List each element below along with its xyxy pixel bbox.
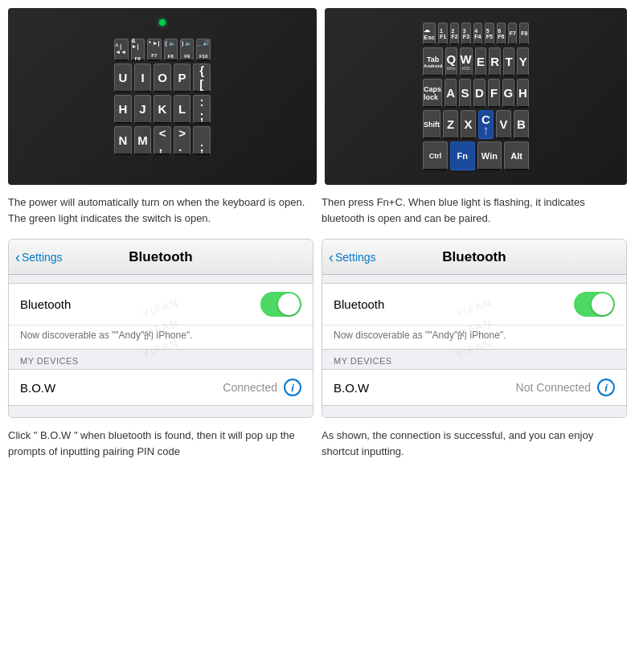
key-3-f3: 3F3 [461, 23, 470, 45]
key-gt: >. [174, 126, 191, 155]
ios-device-row-left[interactable]: B.O.W Connected i [9, 370, 313, 405]
key-j: J [134, 95, 152, 124]
key-z: Z [443, 110, 458, 139]
bottom-captions-row: Click " B.O.W " when bluetooth is found,… [8, 428, 627, 459]
ios-back-label-left: Settings [22, 251, 63, 264]
ios-header-left: ‹ Settings Bluetooth [9, 240, 313, 275]
key-1-f1: 1F1 [438, 23, 447, 45]
key-f7-right: F7 [508, 23, 517, 45]
keyboard-images-row: ^ |◄◄ & ►|F6 * ►|F7 ( 🔈F8 ) 🔉F9 _ 🔊F10 U… [8, 8, 627, 185]
ios-panels-row: YIFAN YIFAN YIFAN ‹ Settings Bluetooth B… [8, 239, 627, 418]
info-button-right[interactable]: i [597, 379, 615, 396]
key-4-f4: 4F4 [473, 23, 482, 45]
key-f9: ) 🔉F9 [180, 39, 194, 61]
device-status-right: Not Connected [516, 381, 591, 394]
ios-back-left[interactable]: ‹ Settings [15, 250, 63, 264]
key-5-f5: 5F5 [485, 23, 494, 45]
key-f8-right: F8 [519, 23, 528, 45]
key-f6: & ►|F6 [131, 39, 145, 61]
key-fn: Fn [450, 141, 475, 170]
ios-body-left: Bluetooth Now discoverable as ""Andy"的 i… [9, 275, 313, 417]
ios-bluetooth-section-right: Bluetooth Now discoverable as ""Andy"的 i… [322, 283, 626, 350]
key-esc: ☁ Esc [423, 23, 436, 45]
bluetooth-toggle-left[interactable] [260, 292, 301, 317]
key-u: U [114, 64, 132, 92]
key-2-f2: 2F2 [450, 23, 459, 45]
key-l: L [174, 95, 191, 124]
left-keyboard-image: ^ |◄◄ & ►|F6 * ►|F7 ( 🔈F8 ) 🔉F9 _ 🔊F10 U… [8, 8, 317, 185]
my-devices-label-left: MY DEVICES [9, 353, 313, 369]
device-name-right: B.O.W [334, 381, 516, 395]
info-button-left[interactable]: i [284, 379, 301, 396]
key-win: Win [477, 141, 502, 170]
key-m: M [134, 126, 152, 155]
bluetooth-label-right: Bluetooth [334, 297, 574, 311]
key-s: S [459, 79, 471, 108]
key-f10: _ 🔊F10 [196, 39, 210, 61]
bottom-left-caption: Click " B.O.W " when bluetooth is found,… [8, 428, 313, 459]
ios-back-right[interactable]: ‹ Settings [329, 250, 376, 264]
my-devices-label-right: MY DEVICES [322, 353, 626, 369]
ios-header-right: ‹ Settings Bluetooth [322, 240, 626, 275]
ios-back-label-right: Settings [335, 251, 376, 264]
key-caps: Capslock [423, 79, 442, 108]
ios-devices-section-left: B.O.W Connected i [9, 369, 313, 406]
key-f7: * ►|F7 [147, 39, 161, 61]
key-w: WiOS [460, 47, 473, 76]
bottom-right-caption: As shown, the connection is successful, … [322, 428, 627, 459]
top-left-caption: The power will automatically turn on whe… [8, 195, 313, 226]
ios-body-right: Bluetooth Now discoverable as ""Andy"的 i… [322, 275, 626, 417]
key-alt: Alt [504, 141, 529, 170]
ios-panel-left: YIFAN YIFAN YIFAN ‹ Settings Bluetooth B… [8, 239, 313, 418]
ios-title-right: Bluetooth [442, 249, 506, 265]
bluetooth-toggle-right[interactable] [574, 292, 615, 317]
key-g: G [502, 79, 514, 108]
discoverable-text-right: Now discoverable as ""Andy"的 iPhone". [322, 326, 626, 349]
key-t: T [503, 47, 515, 76]
key-lt: <, [154, 126, 171, 155]
key-f8: ( 🔈F8 [164, 39, 178, 61]
ios-bluetooth-row-left: Bluetooth [9, 284, 313, 326]
discoverable-text-left: Now discoverable as ""Andy"的 iPhone". [9, 326, 313, 349]
key-h: H [114, 95, 132, 124]
key-r: R [489, 47, 501, 76]
key-q: QWin [445, 47, 457, 76]
key-d: D [473, 79, 485, 108]
ios-title-left: Bluetooth [129, 249, 192, 265]
key-p: P [174, 64, 191, 92]
ios-bluetooth-row-right: Bluetooth [322, 284, 626, 326]
back-chevron-right: ‹ [329, 250, 334, 264]
key-tab: TabAndroid [423, 47, 443, 76]
device-status-left: Connected [223, 381, 277, 394]
ios-panel-right: YIFAN YIFAN YIFAN ‹ Settings Bluetooth B… [322, 239, 627, 418]
key-e: E [475, 47, 487, 76]
key-n: N [114, 126, 132, 155]
key-o: O [154, 64, 171, 92]
key-fn-top: ^ |◄◄ [114, 39, 128, 61]
key-k: K [154, 95, 171, 124]
device-name-left: B.O.W [20, 381, 223, 395]
key-c-bluetooth: C ⭡ [478, 110, 494, 139]
key-x: X [461, 110, 476, 139]
top-captions-row: The power will automatically turn on whe… [8, 195, 627, 226]
key-v: V [496, 110, 511, 139]
key-6-f6: 6F6 [497, 23, 506, 45]
ios-device-row-right[interactable]: B.O.W Not Connected i [322, 370, 626, 405]
key-f: F [488, 79, 500, 108]
top-right-caption: Then press Fn+C. When blue light is flas… [322, 195, 627, 226]
key-slash: ; [193, 126, 211, 155]
green-led-indicator [159, 19, 166, 26]
main-container: ^ |◄◄ & ►|F6 * ►|F7 ( 🔈F8 ) 🔉F9 _ 🔊F10 U… [0, 0, 635, 467]
ios-bluetooth-section-left: Bluetooth Now discoverable as ""Andy"的 i… [9, 283, 313, 350]
back-chevron-left: ‹ [15, 250, 20, 264]
ios-devices-section-right: B.O.W Not Connected i [322, 369, 626, 406]
key-b: B [514, 110, 529, 139]
right-keyboard-image: ☁ Esc 1F1 2F2 3F3 4F4 5F5 6F6 F7 F8 TabA… [325, 8, 627, 185]
key-y: Y [517, 47, 529, 76]
key-ctrl: Ctrl [423, 141, 448, 170]
key-i: I [134, 64, 152, 92]
key-brace: {[ [193, 64, 211, 92]
key-h-right: H [517, 79, 529, 108]
key-shift: Shift [423, 110, 440, 139]
key-a: A [444, 79, 457, 108]
